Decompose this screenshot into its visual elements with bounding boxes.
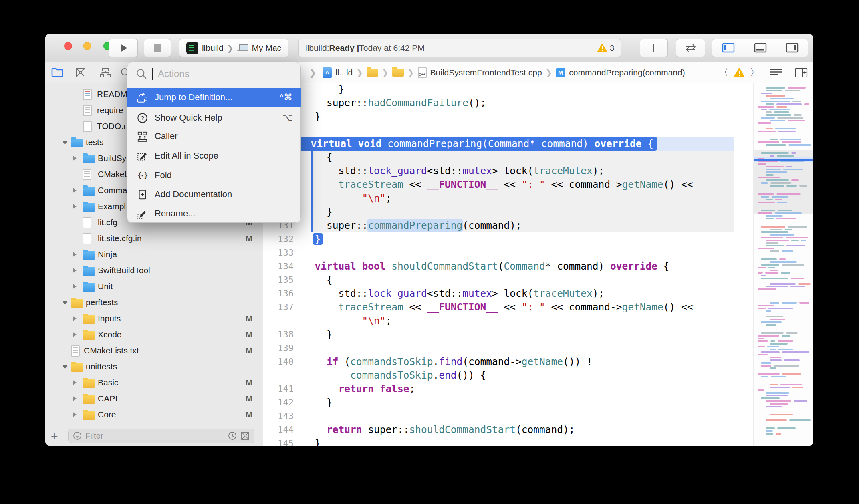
code-line-136[interactable]: 136std::lock_guard<std::mutex> lock(trac…: [264, 287, 753, 300]
previous-issue-button[interactable]: 〈: [719, 66, 728, 79]
disclosure-closed-icon[interactable]: [73, 268, 77, 273]
breadcrumb-file[interactable]: BuildSystemFrontendTest.cpp: [430, 68, 542, 77]
line-number: 137: [264, 300, 294, 314]
code-line[interactable]: }: [264, 83, 753, 96]
code-line[interactable]: "\n";: [264, 314, 753, 328]
code-line-144[interactable]: 144return super::shouldCommandStart(comm…: [264, 423, 753, 437]
sidebar-item-ninja[interactable]: Ninja: [45, 247, 263, 263]
disclosure-open-icon[interactable]: [62, 301, 68, 305]
code-line-135[interactable]: 135{: [264, 273, 753, 287]
toggle-navigator-button[interactable]: [712, 39, 744, 57]
disclosure-open-icon[interactable]: [62, 365, 68, 369]
code-line-131[interactable]: 131super::commandPreparing(command);: [264, 219, 753, 232]
source-control-filter-icon[interactable]: [240, 431, 250, 441]
menu-item-jump-to-definition[interactable]: Jump to Definition...^⌘: [127, 88, 301, 107]
disclosure-closed-icon[interactable]: [73, 155, 77, 161]
minimap-code-bar: [758, 248, 774, 249]
source-control-navigator-tab[interactable]: [74, 66, 87, 79]
code-line[interactable]: {: [264, 151, 753, 164]
sidebar-item-unit[interactable]: Unit: [45, 279, 263, 295]
code-line[interactable]: commandsToSkip.end()) {: [264, 369, 753, 382]
disclosure-closed-icon[interactable]: [73, 252, 77, 257]
next-issue-button[interactable]: 〉: [750, 66, 759, 79]
minimap-code-bar: [775, 128, 796, 129]
disclosure-closed-icon[interactable]: [73, 316, 77, 321]
code-line-137[interactable]: 137traceStream << __FUNCTION__ << ": " <…: [264, 300, 753, 314]
actions-search-field[interactable]: Actions: [127, 62, 300, 85]
sidebar-item-perftests[interactable]: perftests: [45, 295, 263, 311]
toggle-debug-area-button[interactable]: [744, 39, 776, 57]
sidebar-item-core[interactable]: CoreM: [45, 407, 263, 423]
code-line[interactable]: "\n";: [264, 192, 753, 205]
code-line-141[interactable]: 141return false;: [264, 382, 753, 396]
activity-status-bar[interactable]: llbuild: Ready | Today at 6:42 PM 3: [298, 39, 621, 57]
add-editor-button[interactable]: [795, 67, 808, 78]
code-line-142[interactable]: 142}: [264, 396, 753, 409]
code-line[interactable]: }: [264, 205, 753, 219]
code-line[interactable]: }: [264, 110, 753, 123]
disclosure-closed-icon[interactable]: [73, 396, 77, 401]
code-line-140[interactable]: 140if (commandsToSkip.find(command->getN…: [264, 355, 753, 369]
code-line[interactable]: std::lock_guard<std::mutex> lock(traceMu…: [264, 164, 753, 178]
editor-mode-button[interactable]: [676, 39, 705, 57]
add-tab-button[interactable]: [640, 39, 668, 57]
breadcrumb-project[interactable]: ll...ld: [335, 68, 353, 77]
warning-icon[interactable]: [734, 68, 744, 77]
code-line-132[interactable]: 132}: [264, 232, 753, 246]
menu-item-show-quick-help[interactable]: ?Show Quick Help⌥: [127, 109, 301, 127]
disclosure-open-icon[interactable]: [62, 141, 68, 145]
related-items-icon[interactable]: [769, 68, 783, 77]
close-window-button[interactable]: [64, 42, 72, 50]
disclosure-closed-icon[interactable]: [73, 332, 77, 337]
disclosure-closed-icon[interactable]: [73, 412, 77, 417]
menu-item-rename[interactable]: Rename...: [127, 204, 301, 223]
sidebar-item-capi[interactable]: CAPIM: [45, 391, 263, 407]
disclosure-closed-icon[interactable]: [73, 204, 77, 209]
disclosure-closed-icon[interactable]: [73, 284, 77, 289]
code-line-133[interactable]: 133: [264, 246, 753, 260]
code-line-139[interactable]: 139: [264, 341, 753, 355]
code-token: }: [315, 437, 321, 446]
code-line[interactable]: super::hadCommandFailure();: [264, 96, 753, 110]
code-token: .: [433, 369, 439, 381]
sidebar-item-unittests[interactable]: unittests: [45, 359, 263, 375]
code-token: virtual bool: [315, 260, 392, 272]
add-file-button[interactable]: +: [51, 429, 58, 443]
forward-chevron-icon[interactable]: ❯: [309, 67, 317, 78]
code-line-145[interactable]: 145}: [264, 437, 753, 446]
menu-item-add-documentation[interactable]: Add Documentation: [127, 185, 301, 204]
sidebar-item-cmakelists-txt[interactable]: CMakeLists.txtM: [45, 343, 263, 359]
scheme-selector[interactable]: llbuild ❯ My Mac: [179, 39, 288, 57]
folder-icon[interactable]: [392, 69, 404, 77]
folder-icon[interactable]: [367, 69, 378, 77]
breadcrumb-symbol[interactable]: commandPreparing(command): [569, 68, 685, 77]
disclosure-closed-icon[interactable]: [73, 187, 77, 193]
sidebar-item-swiftbuildtool[interactable]: SwiftBuildTool: [45, 263, 263, 279]
run-button[interactable]: [109, 39, 138, 57]
warning-count-badge[interactable]: 3: [597, 44, 614, 53]
sidebar-item-xcode[interactable]: XcodeM: [45, 327, 263, 343]
filter-field[interactable]: Filter: [68, 429, 254, 443]
code-pane[interactable]: }super::hadCommandFailure();}virtual voi…: [264, 83, 753, 446]
code-line[interactable]: [264, 123, 753, 137]
sidebar-item-lit-site-cfg-in[interactable]: lit.site.cfg.inM: [45, 231, 263, 247]
code-line[interactable]: traceStream << __FUNCTION__ << ": " << c…: [264, 178, 753, 192]
code-line-138[interactable]: 138}: [264, 328, 753, 341]
disclosure-closed-icon[interactable]: [73, 380, 77, 385]
project-navigator-tab[interactable]: [50, 66, 64, 79]
recents-filter-icon[interactable]: [228, 431, 237, 441]
stop-button[interactable]: [144, 39, 171, 57]
toggle-inspector-button[interactable]: [776, 39, 808, 57]
code-line-134[interactable]: 134virtual bool shouldCommandStart(Comma…: [264, 260, 753, 273]
code-line-143[interactable]: 143: [264, 409, 753, 423]
menu-item-fold[interactable]: {}Fold: [127, 166, 301, 185]
menu-item-caller[interactable]: Caller: [127, 127, 301, 145]
minimize-window-button[interactable]: [83, 42, 91, 50]
sidebar-item-inputs[interactable]: InputsM: [45, 311, 263, 327]
sidebar-item-basic[interactable]: BasicM: [45, 375, 263, 391]
code-line[interactable]: virtual void commandPreparing(Command* c…: [264, 137, 753, 151]
source-editor[interactable]: }super::hadCommandFailure();}virtual voi…: [264, 83, 753, 446]
menu-item-edit-all-in-scope[interactable]: Edit All in Scope: [127, 147, 301, 165]
editor-minimap[interactable]: [753, 83, 813, 446]
symbol-navigator-tab[interactable]: [99, 66, 112, 79]
